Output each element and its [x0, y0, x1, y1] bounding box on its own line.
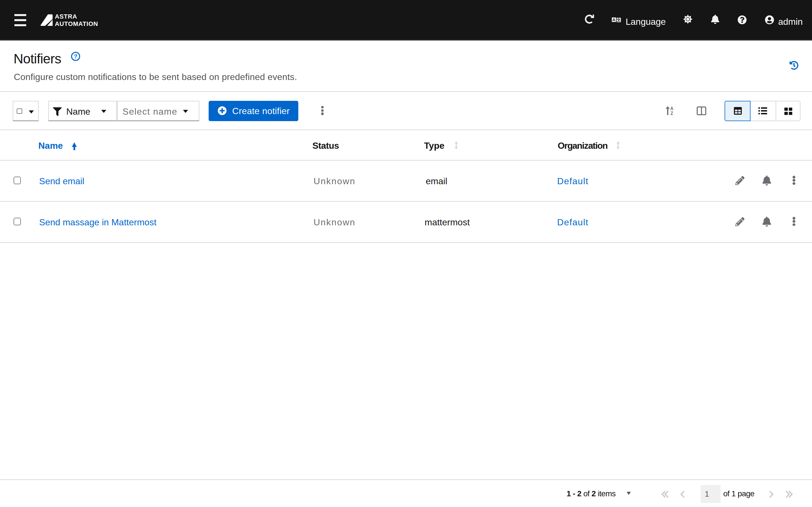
- svg-text:A: A: [670, 106, 673, 111]
- svg-text:?: ?: [74, 53, 78, 59]
- svg-text:Z: Z: [670, 111, 673, 115]
